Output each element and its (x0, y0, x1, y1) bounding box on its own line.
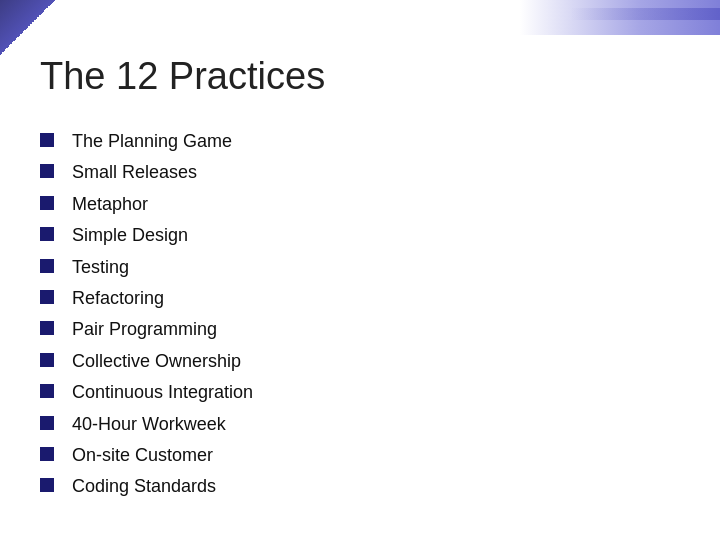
list-item-text: Testing (72, 256, 129, 279)
list-item-text: Small Releases (72, 161, 197, 184)
list-item-text: Refactoring (72, 287, 164, 310)
top-left-decoration (0, 0, 55, 55)
bullet-icon (40, 133, 54, 147)
bullet-icon (40, 164, 54, 178)
list-item-text: Coding Standards (72, 475, 216, 498)
bullet-icon (40, 196, 54, 210)
list-item: Collective Ownership (40, 350, 253, 373)
list-item-text: Continuous Integration (72, 381, 253, 404)
list-item: On-site Customer (40, 444, 253, 467)
bullet-icon (40, 416, 54, 430)
list-item: 40-Hour Workweek (40, 413, 253, 436)
practices-list: The Planning GameSmall ReleasesMetaphorS… (40, 130, 253, 507)
bullet-icon (40, 384, 54, 398)
list-item-text: On-site Customer (72, 444, 213, 467)
list-item: Simple Design (40, 224, 253, 247)
list-item: Small Releases (40, 161, 253, 184)
bullet-icon (40, 290, 54, 304)
list-item-text: Metaphor (72, 193, 148, 216)
list-item-text: Pair Programming (72, 318, 217, 341)
list-item: Continuous Integration (40, 381, 253, 404)
bullet-icon (40, 478, 54, 492)
bullet-icon (40, 227, 54, 241)
list-item: Coding Standards (40, 475, 253, 498)
list-item-text: The Planning Game (72, 130, 232, 153)
list-item-text: Collective Ownership (72, 350, 241, 373)
list-item: The Planning Game (40, 130, 253, 153)
list-item: Refactoring (40, 287, 253, 310)
bullet-icon (40, 321, 54, 335)
list-item: Metaphor (40, 193, 253, 216)
bullet-icon (40, 353, 54, 367)
list-item-text: Simple Design (72, 224, 188, 247)
bullet-icon (40, 447, 54, 461)
list-item: Pair Programming (40, 318, 253, 341)
top-right-stripe (570, 8, 720, 20)
list-item-text: 40-Hour Workweek (72, 413, 226, 436)
bullet-icon (40, 259, 54, 273)
page-title: The 12 Practices (40, 55, 325, 98)
list-item: Testing (40, 256, 253, 279)
